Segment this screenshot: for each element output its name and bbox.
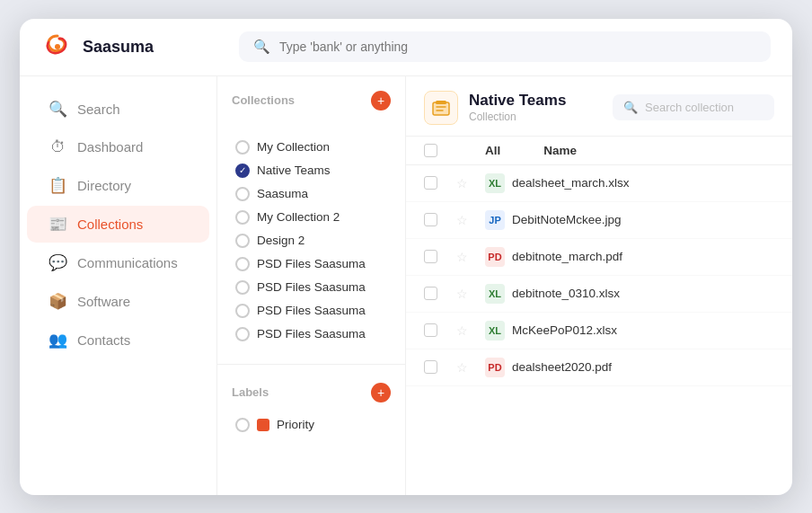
sidebar-icon-software: 📦 <box>49 292 66 311</box>
sidebar-item-communications[interactable]: 💬 Communications <box>27 244 209 281</box>
file-table: All Name ☆ XL dealsheet_march.xlsx ☆ <box>406 137 792 495</box>
row-checkbox-5[interactable] <box>424 360 437 374</box>
add-collection-button[interactable]: + <box>371 91 391 111</box>
row-checkbox-4[interactable] <box>424 323 437 337</box>
logo-icon <box>41 31 74 63</box>
sidebar-item-software[interactable]: 📦 Software <box>27 283 209 320</box>
right-panel: Native Teams Collection 🔍 Search collect… <box>406 76 792 495</box>
add-label-button[interactable]: + <box>371 383 391 402</box>
collection-radio-0 <box>235 140 250 155</box>
right-header: Native Teams Collection 🔍 Search collect… <box>406 76 792 137</box>
row-check-0[interactable] <box>424 176 449 190</box>
file-type-icon-5: PD <box>485 358 505 377</box>
sidebar-icon-directory: 📋 <box>49 176 66 195</box>
row-check-3[interactable] <box>424 287 449 300</box>
collection-item-0[interactable]: My Collection <box>232 136 391 159</box>
collection-label-7: PSD Files Saasuma <box>257 304 366 317</box>
global-search-bar[interactable]: 🔍 <box>239 31 771 62</box>
row-star-5[interactable]: ☆ <box>456 359 478 376</box>
row-star-3[interactable]: ☆ <box>456 286 478 302</box>
table-row[interactable]: ☆ XL debitnote_0310.xlsx <box>406 276 792 313</box>
app-name: Saasuma <box>83 38 154 57</box>
collection-radio-3 <box>235 210 250 225</box>
row-star-2[interactable]: ☆ <box>456 249 478 265</box>
star-icon-3[interactable]: ☆ <box>456 287 468 301</box>
collections-header: Collections + <box>232 91 391 111</box>
collection-item-1[interactable]: Native Teams <box>232 159 391 182</box>
row-name-0: XL dealsheet_march.xlsx <box>485 173 774 193</box>
row-checkbox-2[interactable] <box>424 250 437 263</box>
row-star-0[interactable]: ☆ <box>456 175 478 191</box>
collection-item-4[interactable]: Design 2 <box>232 229 391 252</box>
collection-search-icon: 🔍 <box>623 101 638 114</box>
sidebar-item-dashboard[interactable]: ⏱ Dashboard <box>27 129 209 165</box>
collection-item-8[interactable]: PSD Files Saasuma <box>232 323 391 346</box>
collection-item-3[interactable]: My Collection 2 <box>232 206 391 229</box>
sidebar-label-communications: Communications <box>77 255 178 270</box>
star-icon-2[interactable]: ☆ <box>456 250 468 264</box>
labels-section: Labels + Priority <box>217 368 405 451</box>
sidebar: 🔍 Search ⏱ Dashboard 📋 Directory 📰 Colle… <box>20 76 217 495</box>
collection-radio-8 <box>235 327 250 341</box>
sidebar-item-collections[interactable]: 📰 Collections <box>27 206 209 243</box>
row-name-5: PD dealsheet2020.pdf <box>485 358 774 377</box>
sidebar-label-collections: Collections <box>77 217 143 232</box>
file-type-icon-3: XL <box>485 284 505 304</box>
star-icon-4[interactable]: ☆ <box>456 323 468 338</box>
star-icon-0[interactable]: ☆ <box>456 176 468 190</box>
row-star-4[interactable]: ☆ <box>456 323 478 339</box>
sidebar-label-search: Search <box>77 102 120 117</box>
table-row[interactable]: ☆ XL dealsheet_march.xlsx <box>406 165 792 202</box>
sidebar-item-directory[interactable]: 📋 Directory <box>27 167 209 204</box>
header-check[interactable] <box>424 144 449 157</box>
row-checkbox-0[interactable] <box>424 176 437 190</box>
svg-rect-2 <box>433 102 449 115</box>
sidebar-label-software: Software <box>77 294 130 309</box>
row-checkbox-3[interactable] <box>424 287 437 300</box>
collection-item-6[interactable]: PSD Files Saasuma <box>232 276 391 299</box>
col-all-label: All <box>485 144 500 157</box>
collection-icon-box <box>424 91 458 125</box>
collection-radio-5 <box>235 257 250 271</box>
row-name-1: JP DebitNoteMckee.jpg <box>485 210 774 230</box>
header-all: All Name <box>485 144 774 157</box>
table-row[interactable]: ☆ PD dealsheet2020.pdf <box>406 349 792 386</box>
sidebar-item-contacts[interactable]: 👥 Contacts <box>27 322 209 358</box>
sidebar-item-search[interactable]: 🔍 Search <box>27 91 209 128</box>
row-check-5[interactable] <box>424 360 449 374</box>
label-item-priority[interactable]: Priority <box>232 413 391 437</box>
collection-subtitle: Collection <box>469 111 566 123</box>
table-row[interactable]: ☆ PD debitnote_march.pdf <box>406 239 792 276</box>
collections-title: Collections <box>232 93 295 107</box>
collection-title-area: Native Teams Collection <box>469 92 566 123</box>
collection-search-bar[interactable]: 🔍 Search collection <box>613 94 774 120</box>
file-name-4: McKeePoP012.xlsx <box>512 323 617 337</box>
row-check-4[interactable] <box>424 323 449 337</box>
collection-item-7[interactable]: PSD Files Saasuma <box>232 299 391 323</box>
svg-rect-3 <box>436 101 446 104</box>
star-icon-1[interactable]: ☆ <box>456 213 468 227</box>
row-check-2[interactable] <box>424 250 449 263</box>
select-all-checkbox[interactable] <box>424 144 437 157</box>
sidebar-icon-collections: 📰 <box>49 215 66 234</box>
file-type-icon-0: XL <box>485 173 505 193</box>
star-icon-5[interactable]: ☆ <box>456 360 468 375</box>
main-content: 🔍 Search ⏱ Dashboard 📋 Directory 📰 Colle… <box>20 76 792 495</box>
table-row[interactable]: ☆ JP DebitNoteMckee.jpg <box>406 202 792 239</box>
top-bar: Saasuma 🔍 <box>20 19 792 76</box>
collection-item-5[interactable]: PSD Files Saasuma <box>232 252 391 276</box>
col-name-label: Name <box>543 144 577 157</box>
row-checkbox-1[interactable] <box>424 213 437 226</box>
divider-labels <box>217 364 405 365</box>
row-star-1[interactable]: ☆ <box>456 212 478 228</box>
global-search-input[interactable] <box>279 40 756 54</box>
row-check-1[interactable] <box>424 213 449 226</box>
labels-header: Labels + <box>232 383 391 402</box>
sidebar-label-directory: Directory <box>77 178 131 193</box>
table-row[interactable]: ☆ XL McKeePoP012.xlsx <box>406 313 792 349</box>
collection-item-2[interactable]: Saasuma <box>232 182 391 206</box>
file-type-icon-4: XL <box>485 321 505 341</box>
logo-area: Saasuma <box>41 31 239 63</box>
table-header: All Name <box>406 137 792 165</box>
sidebar-icon-search: 🔍 <box>49 100 66 119</box>
